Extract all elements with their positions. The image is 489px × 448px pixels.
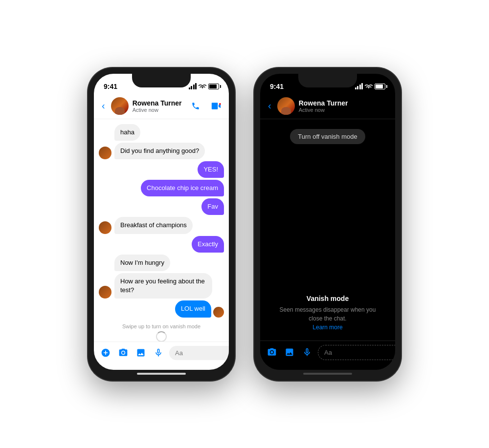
bubble: YES! xyxy=(198,161,224,178)
sent-avatar xyxy=(213,307,224,318)
video-icon[interactable]: ● xyxy=(209,99,223,113)
message-input-dark[interactable] xyxy=(318,345,395,360)
msg-avatar xyxy=(99,221,111,234)
bubble: How are you feeling about the test? xyxy=(114,273,212,299)
contact-status-dark: Active now xyxy=(299,107,389,113)
vanish-mode-banner: Turn off vanish mode xyxy=(290,129,365,144)
gallery-icon-dark[interactable] xyxy=(283,345,296,359)
msg-avatar xyxy=(99,147,111,159)
notch xyxy=(132,74,191,87)
msg-row: Did you find anything good? xyxy=(99,143,224,159)
battery-icon-dark xyxy=(375,84,385,89)
msg-row: haha xyxy=(99,124,224,141)
home-indicator-light xyxy=(137,373,186,375)
msg-row: How are you feeling about the test? xyxy=(99,273,224,299)
header-actions-light: ● xyxy=(189,99,223,113)
contact-info-light: Rowena Turner Active now xyxy=(133,99,185,113)
bubble: Now I'm hungry xyxy=(114,255,170,271)
battery-icon xyxy=(208,84,219,89)
add-icon[interactable] xyxy=(99,346,112,360)
wifi-icon xyxy=(199,84,206,89)
swipe-indicator: Swipe up to turn on vanish mode xyxy=(99,320,224,341)
vanish-mode-desc: Seen messages disappear when you close t… xyxy=(275,305,380,323)
back-button[interactable]: ‹ xyxy=(100,99,107,112)
gallery-icon[interactable] xyxy=(134,346,148,360)
notch-dark xyxy=(298,74,357,87)
wifi-icon-dark xyxy=(365,84,373,89)
mic-icon[interactable] xyxy=(152,346,165,360)
avatar-light xyxy=(111,97,129,115)
bubble: haha xyxy=(114,124,140,141)
contact-name-dark: Rowena Turner xyxy=(299,99,389,107)
phone-dark: 9:41 ‹ Rowe xyxy=(254,68,401,381)
back-button-dark[interactable]: ‹ xyxy=(266,99,273,112)
msg-avatar xyxy=(99,286,111,299)
bubble: Fav xyxy=(201,198,224,215)
contact-info-dark: Rowena Turner Active now xyxy=(299,99,389,113)
msg-row: YES! xyxy=(99,161,224,178)
vanish-messages-area: Turn off vanish mode Vanish mode Seen me… xyxy=(260,119,395,341)
bubble: Exactly xyxy=(192,236,224,253)
swipe-text: Swipe up to turn on vanish mode xyxy=(99,323,224,329)
vanish-info: Vanish mode Seen messages disappear when… xyxy=(265,290,390,336)
chat-bottom-light xyxy=(94,341,229,370)
chat-bottom-dark xyxy=(260,341,395,370)
msg-row: Now I'm hungry xyxy=(99,255,224,271)
msg-row: Exactly xyxy=(99,236,224,253)
contact-name-light: Rowena Turner xyxy=(133,99,185,107)
camera-icon-dark[interactable] xyxy=(265,345,279,359)
message-input[interactable] xyxy=(169,346,229,360)
msg-row: Chocolate chip ice cream xyxy=(99,180,224,196)
camera-icon[interactable] xyxy=(116,346,130,360)
time-light: 9:41 xyxy=(104,83,117,90)
time-dark: 9:41 xyxy=(270,83,284,90)
vanish-mode-title: Vanish mode xyxy=(275,295,380,302)
status-icons-light xyxy=(189,83,220,89)
chat-header-dark: ‹ Rowena Turner Active now xyxy=(260,94,395,119)
signal-icon-dark xyxy=(355,83,363,89)
swipe-spinner xyxy=(156,331,167,341)
msg-row: Fav xyxy=(99,198,224,215)
chat-header-light: ‹ Rowena Turner Active now ● xyxy=(94,94,229,119)
msg-row: Breakfast of champions xyxy=(99,217,224,234)
learn-more-link[interactable]: Learn more xyxy=(275,324,380,331)
bubble: LOL well xyxy=(175,300,211,317)
signal-icon xyxy=(189,83,197,89)
bubble: Breakfast of champions xyxy=(114,217,193,234)
bubble: Did you find anything good? xyxy=(114,143,205,159)
contact-status-light: Active now xyxy=(133,107,185,113)
bubble: Chocolate chip ice cream xyxy=(141,180,224,196)
phone-light: 9:41 ‹ Rowe xyxy=(88,68,235,381)
messages-area-light: haha Did you find anything good? YES! Ch… xyxy=(94,119,229,341)
phone-icon[interactable] xyxy=(189,99,202,113)
msg-row: LOL well xyxy=(99,300,224,317)
home-indicator-dark xyxy=(303,373,352,375)
status-icons-dark xyxy=(355,83,386,89)
mic-icon-dark[interactable] xyxy=(300,345,314,359)
avatar-dark xyxy=(277,97,295,115)
